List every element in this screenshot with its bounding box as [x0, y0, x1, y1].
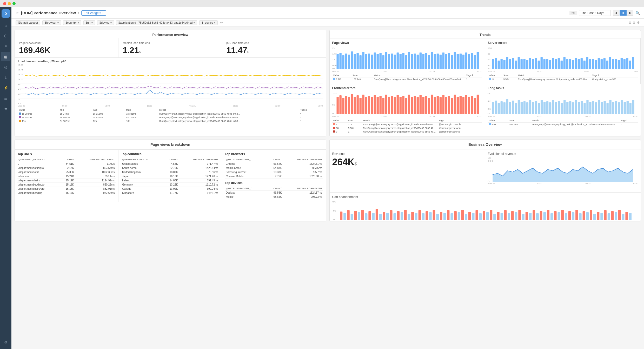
filter-browser[interactable]: $browser ▾ [42, 20, 61, 25]
x-label: Wed 20 [332, 221, 339, 222]
median-cell: 882.91ms [75, 187, 116, 191]
filter-remove-icon[interactable]: ▾ [57, 21, 59, 24]
svg-rect-293 [533, 210, 535, 220]
svg-rect-54 [428, 55, 430, 69]
frontend-errors-inner: Frontend errors 100 50 0 [330, 84, 485, 136]
filter-remove-icon[interactable]: ▾ [110, 21, 112, 24]
table-row: South Korea22.79K1428.84ms [121, 166, 219, 170]
sidebar-item-apm[interactable]: ◎ [1, 62, 10, 72]
country-cell: South Korea [121, 166, 163, 170]
svg-rect-37 [379, 53, 381, 69]
svg-text:0: 0 [488, 180, 490, 182]
forward-button[interactable]: ▶ [627, 10, 633, 16]
sidebar-item-logs[interactable]: ≡ [1, 42, 10, 51]
sidebar-logo: D [2, 9, 10, 18]
time-badge: 2d [569, 11, 577, 15]
svg-rect-119 [612, 59, 614, 69]
filter-remove-icon[interactable]: ▾ [91, 21, 93, 24]
filter-label: $device [99, 21, 109, 24]
minimize-button[interactable] [8, 2, 11, 5]
svg-rect-120 [615, 59, 617, 69]
svg-rect-152 [399, 97, 401, 114]
filter-device[interactable]: $device ▾ [97, 20, 114, 25]
legend-avg: 1s 213ms [92, 112, 125, 116]
svg-rect-44 [399, 54, 401, 69]
settings-icon[interactable]: ⚙ [637, 21, 640, 24]
sidebar-item-rum[interactable]: ☰ [1, 94, 10, 103]
svg-rect-229 [621, 100, 623, 114]
svg-rect-102 [563, 57, 566, 69]
svg-rect-23 [339, 53, 341, 69]
country-cell: Japan [121, 174, 163, 179]
table-row: Mobile68.65K995.73ms [225, 195, 323, 199]
svg-rect-130 [336, 97, 338, 114]
sidebar-item-synthetics[interactable]: ⚡ [1, 83, 10, 93]
svg-rect-87 [521, 59, 523, 69]
svg-rect-178 [474, 98, 476, 114]
svg-rect-165 [436, 96, 439, 114]
favorite-icon[interactable]: ☆ [16, 11, 19, 15]
svg-rect-177 [471, 96, 473, 114]
metric-page-views: Page views count 169.46K [15, 38, 118, 57]
sidebar-item-info[interactable]: ℹ [1, 73, 10, 82]
time-range-selector[interactable]: The Past 2 Days [579, 10, 611, 16]
count-cell: 68.65K [267, 195, 283, 199]
header-right: 2d The Past 2 Days ◀ ⏸ ▶ 🔍 [569, 10, 640, 16]
svg-rect-38 [382, 55, 384, 69]
svg-rect-261 [418, 210, 421, 220]
sidebar-item-explore[interactable]: ⬡ [1, 31, 10, 41]
count-cell: 96.54K [267, 162, 283, 166]
edit-widgets-button[interactable]: Edit Widgets + [81, 10, 106, 16]
legend-row: 38 5.58K RumQuery{@evt.category:error @a… [332, 126, 482, 130]
svg-rect-33 [368, 54, 370, 69]
filter-url[interactable]: $url ▾ [83, 20, 95, 25]
svg-rect-303 [568, 211, 571, 220]
legend-row: 14 3.58K RumQuery{@evt.category:resource… [488, 77, 638, 81]
pause-button[interactable]: ⏸ [620, 10, 627, 16]
filter-device2[interactable]: $_device ▾ [199, 20, 218, 25]
svg-rect-62 [451, 55, 453, 69]
median-cell: 1124.91ms [75, 179, 116, 183]
sidebar-item-favorites[interactable]: ★ [1, 104, 10, 113]
svg-rect-270 [450, 213, 453, 220]
rewind-button[interactable]: ◀ [613, 10, 619, 16]
svg-rect-42 [394, 55, 396, 69]
title-dropdown-icon[interactable]: ▾ [78, 11, 79, 14]
sidebar-item-home[interactable]: ⌂ [1, 21, 10, 30]
svg-rect-91 [532, 59, 534, 69]
svg-rect-306 [579, 213, 581, 220]
svg-rect-92 [535, 58, 537, 69]
svg-rect-109 [583, 61, 586, 69]
svg-rect-265 [433, 210, 435, 220]
svg-rect-140 [365, 97, 367, 114]
svg-rect-171 [454, 95, 456, 114]
filter-remove-icon[interactable]: ▾ [214, 21, 215, 24]
x-label: Wed 20 [332, 115, 339, 118]
filter-application-id[interactable]: $applicationId 75d50c62-8b66-403c-a453-a… [116, 20, 197, 25]
long-tasks-chart: 6K 4K 2K 0K [488, 91, 638, 115]
list-view-icon[interactable]: ⊟ [633, 21, 635, 24]
svg-rect-255 [397, 211, 400, 220]
svg-rect-184 [492, 102, 494, 114]
legend-row: 1.7K 167.74K RumQuery{@evt.category:view… [332, 77, 482, 81]
x-label: Wed 20 [488, 182, 495, 185]
svg-rect-55 [431, 52, 433, 69]
maximize-button[interactable] [12, 2, 16, 5]
filter-country[interactable]: $country ▾ [63, 20, 81, 25]
svg-rect-117 [606, 61, 608, 69]
grid-view-icon[interactable]: ⊞ [629, 21, 631, 24]
filter-edit-icon[interactable]: ✏ [220, 21, 223, 25]
sidebar-item-metrics[interactable]: ▦ [1, 52, 10, 61]
filter-remove-icon[interactable]: ▾ [78, 21, 79, 24]
legend-color-value: 1s 283ms [18, 112, 59, 116]
filter-default-values[interactable]: (Default values) [16, 20, 40, 25]
svg-rect-213 [575, 100, 577, 114]
close-button[interactable] [3, 2, 6, 5]
svg-rect-144 [376, 97, 379, 114]
legend-header-value: Value [18, 108, 59, 112]
filter-remove-icon[interactable]: ▾ [194, 21, 195, 24]
svg-rect-97 [549, 60, 551, 69]
count-cell: 43.5K [163, 162, 179, 166]
svg-rect-64 [456, 54, 459, 69]
search-button[interactable]: 🔍 [635, 11, 640, 15]
